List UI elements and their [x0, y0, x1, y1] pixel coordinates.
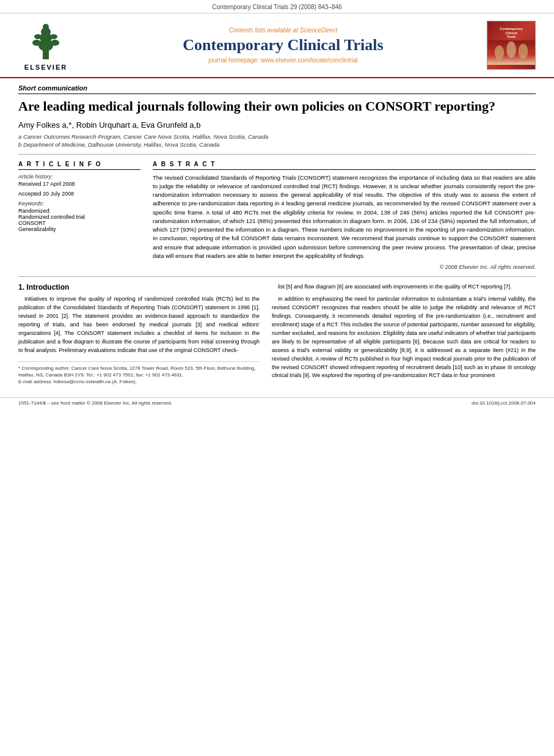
issn-text: 1551-7144/$ – see front matter © 2008 El… [18, 400, 172, 406]
science-direct-link: Contents lists available at ScienceDirec… [79, 27, 487, 34]
science-direct-text[interactable]: ScienceDirect [300, 27, 338, 34]
footnote-corresponding: * Corresponding author. Cancer Care Nova… [18, 365, 260, 378]
abstract-text: The revised Consolidated Standards of Re… [153, 174, 536, 261]
svg-point-6 [32, 40, 41, 46]
doi-text: doi:10.1016/j.cct.2008.07.004 [472, 400, 536, 406]
elsevier-logo: ELSEVIER [12, 20, 79, 71]
contents-text: Contents lists available at [229, 27, 298, 34]
article-info-header: A R T I C L E I N F O [18, 161, 140, 170]
intro-left-paragraph: Initiatives to improve the quality of re… [18, 295, 260, 355]
authors-text: Amy Folkes a,*, Robin Urquhart a, Eva Gr… [18, 120, 200, 130]
authors: Amy Folkes a,*, Robin Urquhart a, Eva Gr… [18, 120, 536, 130]
journal-cover-image: ContemporaryClinicalTrials [487, 21, 536, 70]
divider-2 [18, 276, 536, 277]
bottom-bar: 1551-7144/$ – see front matter © 2008 El… [0, 397, 554, 408]
svg-point-7 [51, 40, 59, 46]
cover-title-text: ContemporaryClinicalTrials [498, 26, 524, 40]
footnote-section: * Corresponding author. Cancer Care Nova… [18, 361, 260, 386]
abstract-header: A B S T R A C T [153, 161, 536, 170]
journal-cover-right: ContemporaryClinicalTrials [487, 21, 542, 70]
intro-right-text: list [5] and flow diagram [6] are associ… [272, 283, 536, 380]
affiliation-a: a Cancer Outcomes Research Program, Canc… [18, 133, 536, 140]
elsevier-wordmark: ELSEVIER [24, 64, 67, 71]
article-info-col: A R T I C L E I N F O Article history: R… [18, 161, 140, 271]
abstract-col: A B S T R A C T The revised Consolidated… [153, 161, 536, 271]
svg-point-12 [519, 43, 528, 59]
page: Contemporary Clinical Trials 29 (2008) 8… [0, 0, 554, 408]
svg-point-8 [34, 34, 42, 39]
received-date: Received 17 April 2008 [18, 181, 140, 187]
footnote-email: E-mail address: folkesa@ccns.nshealth.ca… [18, 378, 260, 385]
accepted-date: Accepted 20 July 2008 [18, 191, 140, 197]
svg-point-10 [495, 45, 505, 59]
journal-homepage: journal homepage: www.elsevier.com/locat… [79, 57, 487, 64]
main-content: Short communication Are leading medical … [0, 78, 554, 391]
copyright: © 2008 Elsevier Inc. All rights reserved… [153, 264, 536, 270]
svg-point-5 [43, 24, 49, 30]
intro-right-paragraph-2: In addition to emphasizing the need for … [272, 295, 536, 380]
keywords-label: Keywords: [18, 200, 140, 207]
keyword-1: Randomized controlled trial [18, 214, 140, 220]
info-abstract-section: A R T I C L E I N F O Article history: R… [18, 161, 536, 271]
body-right-col: list [5] and flow diagram [6] are associ… [272, 283, 536, 385]
elsevier-logo-container: ELSEVIER [12, 20, 79, 71]
article-title: Are leading medical journals following t… [18, 98, 536, 116]
citation-text: Contemporary Clinical Trials 29 (2008) 8… [212, 4, 341, 10]
intro-title: 1. Introduction [18, 283, 260, 292]
email-footnote-text: E-mail address: folkesa@ccns.nshealth.ca… [18, 379, 137, 384]
body-left-col: 1. Introduction Initiatives to improve t… [18, 283, 260, 385]
homepage-url[interactable]: www.elsevier.com/locate/conclintrial [261, 57, 358, 64]
intro-left-text: Initiatives to improve the quality of re… [18, 295, 260, 355]
keyword-3: Generalizability [18, 226, 140, 232]
svg-point-9 [50, 34, 57, 39]
svg-rect-1 [43, 50, 49, 59]
keyword-2: CONSORT [18, 220, 140, 226]
journal-header: ELSEVIER Contents lists available at Sci… [0, 13, 554, 78]
journal-citation: Contemporary Clinical Trials 29 (2008) 8… [0, 0, 554, 13]
history-label: Article history: [18, 174, 140, 180]
homepage-label: journal homepage: [208, 57, 259, 64]
journal-title-center: Contents lists available at ScienceDirec… [79, 27, 487, 64]
body-section: 1. Introduction Initiatives to improve t… [18, 283, 536, 385]
intro-right-paragraph-1: list [5] and flow diagram [6] are associ… [272, 283, 536, 292]
journal-main-title: Contemporary Clinical Trials [79, 36, 487, 54]
article-type: Short communication [18, 84, 536, 94]
affiliation-b: b Department of Medicine, Dalhousie Univ… [18, 141, 536, 148]
keyword-0: Randomized: [18, 208, 140, 214]
svg-point-11 [506, 41, 516, 57]
divider-1 [18, 154, 536, 155]
elsevier-tree-icon [24, 20, 67, 62]
